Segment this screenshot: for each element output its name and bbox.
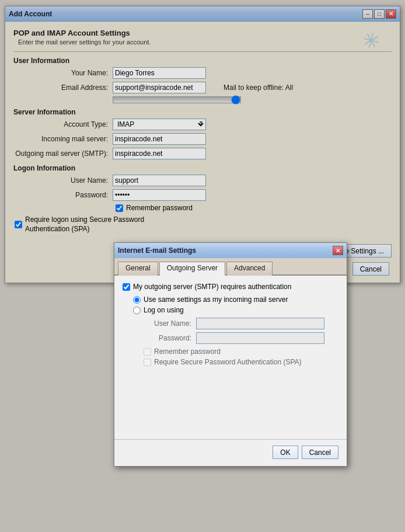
dialog-remember-password-label: Remember password: [154, 347, 221, 356]
dialog-remember-password-row: Remember password: [144, 347, 338, 356]
dialog-ok-button[interactable]: OK: [273, 446, 298, 459]
dialog-password-label: Password:: [144, 334, 196, 342]
log-on-using-row: Log on using: [133, 306, 338, 314]
dialog-title: Internet E-mail Settings: [118, 246, 196, 255]
dialog-require-spa-label: Require Secure Password Authentication (…: [154, 358, 302, 366]
use-same-settings-radio[interactable]: [133, 296, 141, 304]
require-auth-row: My outgoing server (SMTP) requires authe…: [123, 283, 338, 291]
log-on-using-label: Log on using: [144, 306, 184, 314]
email-dialog: Internet E-mail Settings ✕ General Outgo…: [114, 242, 347, 467]
dialog-require-spa-row: Require Secure Password Authentication (…: [144, 358, 338, 366]
dialog-buttons-row: OK Cancel: [114, 439, 347, 466]
dialog-body: My outgoing server (SMTP) requires authe…: [114, 276, 347, 439]
dialog-username-input[interactable]: [196, 318, 324, 329]
dialog-remember-password-checkbox[interactable]: [144, 348, 151, 356]
tab-outgoing-server[interactable]: Outgoing Server: [159, 262, 225, 276]
use-same-settings-row: Use same settings as my incoming mail se…: [133, 295, 338, 304]
auth-radio-group: Use same settings as my incoming mail se…: [133, 295, 338, 314]
dialog-cancel-button[interactable]: Cancel: [302, 446, 338, 459]
dialog-password-row: Password:: [144, 332, 338, 344]
dialog-close-button[interactable]: ✕: [333, 246, 343, 255]
dialog-title-bar: Internet E-mail Settings ✕: [114, 243, 347, 258]
dialog-require-spa-checkbox[interactable]: [144, 359, 151, 366]
dialog-username-row: User Name:: [144, 318, 338, 329]
dialog-username-label: User Name:: [144, 319, 196, 328]
dialog-password-input[interactable]: [196, 332, 324, 344]
require-auth-label: My outgoing server (SMTP) requires authe…: [133, 283, 291, 291]
tab-general[interactable]: General: [118, 262, 158, 276]
tab-strip: General Outgoing Server Advanced: [114, 258, 347, 276]
require-auth-checkbox[interactable]: [123, 283, 130, 291]
dialog-credentials-section: User Name: Password:: [144, 318, 338, 344]
tab-advanced[interactable]: Advanced: [226, 262, 273, 276]
use-same-settings-label: Use same settings as my incoming mail se…: [144, 295, 288, 304]
log-on-using-radio[interactable]: [133, 307, 141, 314]
